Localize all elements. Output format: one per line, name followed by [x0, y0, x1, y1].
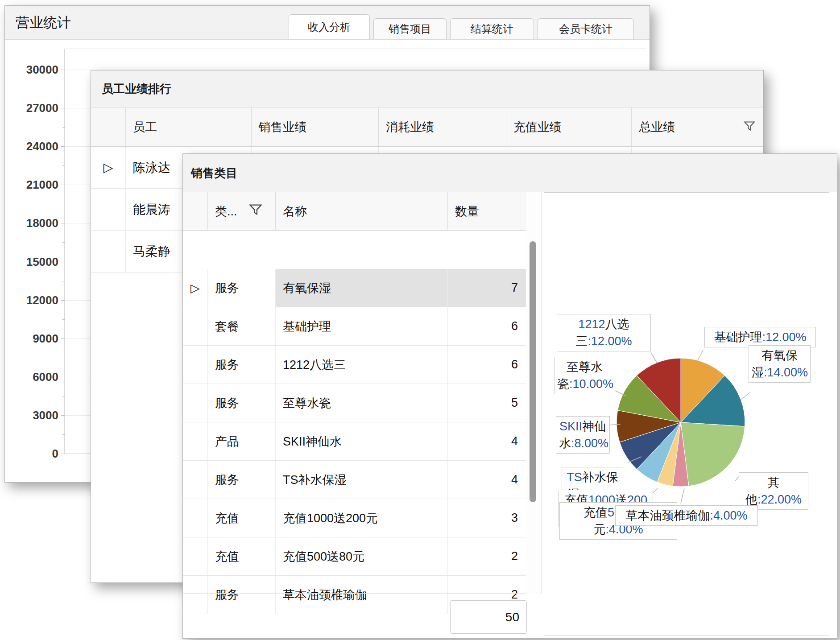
category-cell[interactable]: 服务: [208, 384, 276, 422]
y-axis-tick-label: 3000: [9, 408, 58, 422]
category-cell[interactable]: 服务: [208, 346, 276, 384]
sales-category-row[interactable]: 服务至尊水瓷5: [183, 384, 526, 422]
expander-column-header: [91, 107, 126, 146]
table-cell[interactable]: [91, 231, 126, 272]
scrollbar-thumb[interactable]: [530, 241, 536, 502]
partial-table-row: [183, 576, 526, 594]
y-axis-tick-label: 6000: [9, 370, 58, 384]
pie-chart: [544, 193, 829, 636]
expander-cell[interactable]: [183, 422, 208, 460]
name-cell[interactable]: 1212八选三: [276, 346, 448, 384]
y-axis-tick-label: 18000: [9, 216, 58, 230]
expander-cell[interactable]: [183, 537, 208, 575]
y-axis-tick-label: 15000: [9, 255, 58, 268]
total-quantity-box: 50: [450, 600, 527, 634]
y-axis-tick-label: 30000: [9, 63, 58, 77]
quantity-cell[interactable]: 2: [448, 537, 526, 575]
tab-membership-card-stats[interactable]: 会员卡统计: [538, 18, 634, 39]
vertical-scrollbar[interactable]: [526, 192, 542, 594]
page-title: 营业统计: [16, 13, 71, 32]
funnel-icon[interactable]: [744, 120, 755, 134]
pie-label-skii: SKII神仙水:8.00%: [556, 416, 610, 454]
name-cell[interactable]: 有氧保湿: [276, 269, 448, 307]
sales-category-row[interactable]: 服务1212八选三6: [183, 346, 526, 384]
sales-category-row[interactable]: 服务TS补水保湿4: [183, 461, 526, 499]
y-axis-tick-label: 9000: [9, 331, 58, 345]
column-header-sales-performance[interactable]: 销售业绩: [252, 107, 379, 146]
name-cell[interactable]: TS补水保湿: [276, 461, 448, 499]
y-axis-tick-label: 24000: [9, 140, 58, 153]
column-header-employee[interactable]: 员工: [126, 107, 252, 146]
column-header-quantity[interactable]: 数量: [448, 192, 526, 230]
expander-cell[interactable]: [183, 346, 208, 384]
row-expander-icon[interactable]: ▷: [91, 147, 126, 188]
sales-category-window: 销售类目 类... 名称 数量 ▷服务有氧保湿7套餐基础护理6服务1212八选三…: [182, 153, 837, 639]
sales-category-table: 类... 名称 数量 ▷服务有氧保湿7套餐基础护理6服务1212八选三6服务至尊…: [183, 192, 542, 638]
pie-label-leader-line: [681, 488, 684, 504]
expander-cell[interactable]: [183, 461, 208, 499]
column-header-total-performance[interactable]: 总业绩: [632, 107, 763, 146]
tab-sales-items[interactable]: 销售项目: [373, 18, 447, 39]
tab-income-analysis[interactable]: 收入分析: [289, 14, 370, 39]
category-cell[interactable]: 服务: [208, 461, 276, 499]
name-cell[interactable]: SKII神仙水: [276, 422, 448, 460]
pie-label-leader-line: [697, 350, 703, 361]
pie-chart-panel: 1212八选三:12.00% 基础护理:12.00% 至尊水瓷:10.00% 有…: [544, 192, 829, 636]
category-cell[interactable]: 服务: [208, 269, 276, 307]
pie-label-youyangbaoshi: 有氧保湿:14.00%: [749, 345, 811, 383]
name-cell[interactable]: 至尊水瓷: [276, 384, 448, 422]
quantity-cell[interactable]: 6: [448, 307, 526, 345]
expander-cell[interactable]: [183, 384, 208, 422]
pie-label-jichuhuli: 基础护理:12.00%: [704, 327, 816, 347]
category-cell[interactable]: 套餐: [208, 307, 276, 345]
sales-category-row[interactable]: 充值充值500送80元2: [183, 537, 526, 576]
column-header-recharge-performance[interactable]: 充值业绩: [506, 107, 632, 146]
pie-label-1212-baxuansan: 1212八选三:12.00%: [557, 314, 651, 351]
sales-category-row[interactable]: ▷服务有氧保湿7: [183, 269, 526, 307]
name-cell[interactable]: 基础护理: [276, 307, 448, 345]
column-header-category[interactable]: 类...: [208, 192, 276, 230]
category-cell[interactable]: 充值: [208, 499, 276, 537]
category-cell[interactable]: 产品: [208, 422, 276, 460]
employee-ranking-titlebar: 员工业绩排行: [91, 70, 763, 107]
employee-table-header: 员工 销售业绩 消耗业绩 充值业绩 总业绩: [91, 107, 763, 147]
pie-label-leader-line: [651, 352, 657, 363]
table-cell[interactable]: [91, 189, 126, 230]
sales-category-row[interactable]: 产品SKII神仙水4: [183, 422, 526, 461]
expander-column-header: [183, 192, 208, 230]
y-axis-tick-label: 12000: [9, 293, 58, 307]
column-header-name[interactable]: 名称: [276, 192, 448, 230]
quantity-cell[interactable]: 6: [448, 346, 526, 384]
pie-label-leader-line: [741, 392, 750, 400]
funnel-icon[interactable]: [249, 204, 262, 219]
quantity-cell[interactable]: 4: [448, 422, 526, 460]
sales-category-table-header: 类... 名称 数量: [183, 192, 526, 231]
y-axis-tick-label: 21000: [9, 178, 58, 192]
category-cell[interactable]: 充值: [208, 537, 276, 575]
name-cell[interactable]: 充值500送80元: [276, 537, 448, 575]
quantity-cell[interactable]: 3: [448, 499, 526, 537]
quantity-cell[interactable]: 7: [448, 269, 526, 307]
pie-label-caoben: 草本油颈椎瑜伽:4.00%: [615, 505, 758, 526]
expander-cell[interactable]: [183, 499, 208, 537]
panel-title: 员工业绩排行: [102, 81, 171, 97]
screen: 营业统计 收入分析 销售项目 结算统计 会员卡统计 30000270002400…: [0, 0, 840, 640]
pie-slice-其他: [681, 422, 745, 486]
sales-category-row[interactable]: 充值充值1000送200元3: [183, 499, 526, 537]
quantity-cell[interactable]: 5: [448, 384, 526, 422]
sales-category-titlebar: 销售类目: [183, 154, 837, 192]
business-stats-titlebar: 营业统计 收入分析 销售项目 结算统计 会员卡统计: [5, 6, 650, 40]
panel-title: 销售类目: [191, 165, 237, 181]
name-cell[interactable]: 充值1000送200元: [276, 499, 448, 537]
sales-category-row[interactable]: 套餐基础护理6: [183, 307, 526, 346]
tab-settlement-stats[interactable]: 结算统计: [450, 18, 534, 39]
y-axis-tick-label: 0: [9, 447, 58, 461]
y-axis-tick-label: 27000: [9, 101, 58, 115]
row-expander-icon[interactable]: ▷: [183, 269, 208, 307]
pie-label-other: 其他:22.00%: [739, 472, 808, 510]
quantity-cell[interactable]: 4: [448, 461, 526, 499]
expander-cell[interactable]: [183, 307, 208, 345]
column-header-consumption-performance[interactable]: 消耗业绩: [379, 107, 506, 146]
pie-label-zhizunshuici: 至尊水瓷:10.00%: [554, 357, 615, 394]
